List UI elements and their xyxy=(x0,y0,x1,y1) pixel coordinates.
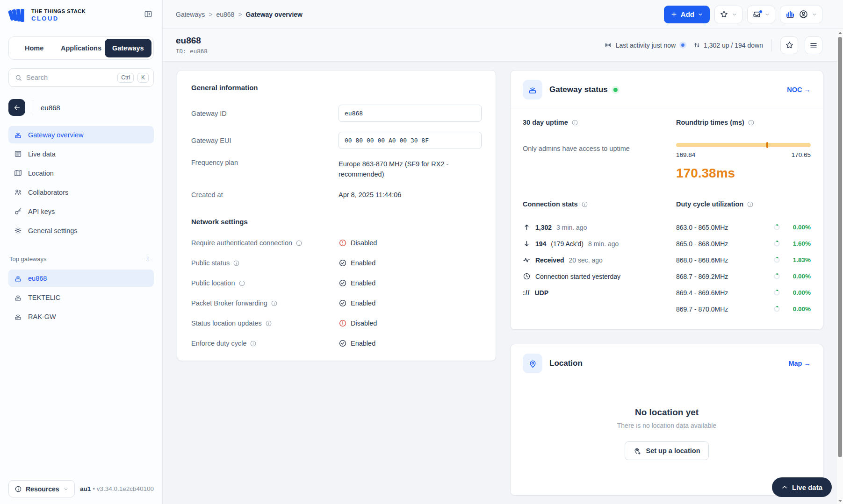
sidebar-item-api-keys[interactable]: API keys xyxy=(8,203,154,220)
duty-row: 868.7 - 869.2MHz 0.00% xyxy=(676,268,811,284)
gateway-icon xyxy=(527,85,538,95)
uplink-arrow-icon xyxy=(523,223,531,231)
gateway-id-value xyxy=(339,105,482,122)
sidebar-item-collaborators[interactable]: Collaborators xyxy=(8,184,154,201)
tab-gateways[interactable]: Gateways xyxy=(105,39,151,57)
search-input[interactable] xyxy=(26,74,114,81)
setting-row-authenticated-connection: Require authenticated connection Disable… xyxy=(191,239,482,247)
tab-home[interactable]: Home xyxy=(11,39,58,57)
right-column: Gateway status NOC → 30 day uptime xyxy=(510,70,823,496)
gateway-eui-input[interactable] xyxy=(339,132,482,149)
sidebar-item-live-data[interactable]: Live data xyxy=(8,145,154,163)
vertical-scrollbar[interactable] xyxy=(837,29,843,504)
gateway-status-card: Gateway status NOC → 30 day uptime xyxy=(510,70,823,330)
duty-band: 865.0 - 868.0MHz xyxy=(676,240,773,248)
connection-started-row: Connection started yesterday xyxy=(523,268,657,284)
title-divider xyxy=(771,39,772,51)
connection-started-label: Connection started yesterday xyxy=(535,273,620,280)
sidebar-item-label: Collaborators xyxy=(28,189,68,196)
collaborators-icon xyxy=(14,188,22,197)
duty-row: 865.0 - 868.0MHz 1.60% xyxy=(676,235,811,252)
gateway-list-label: RAK-GW xyxy=(28,313,56,320)
duty-cycle-block: Duty cycle utilization 863.0 - 865.0MHz xyxy=(676,200,811,317)
general-information-rows: Gateway ID Gateway EUI Frequency plan xyxy=(191,105,482,200)
setup-location-label: Set up a location xyxy=(646,447,700,454)
collapse-sidebar-button[interactable] xyxy=(143,8,154,20)
info-icon[interactable] xyxy=(265,320,272,327)
resources-button[interactable]: Resources xyxy=(8,480,75,497)
gateway-list-item-tektelic[interactable]: TEKTELIC xyxy=(8,289,154,306)
connection-stats-title: Connection stats xyxy=(523,200,578,208)
duty-value: 0.00% xyxy=(786,273,811,280)
add-gateway-button[interactable] xyxy=(143,254,153,264)
sidebar-item-gateway-overview[interactable]: Gateway overview xyxy=(8,126,154,143)
favorite-button[interactable] xyxy=(780,36,798,54)
duty-band: 868.0 - 868.6MHz xyxy=(676,256,773,264)
entity-row: eu868 xyxy=(8,99,154,116)
page-menu-button[interactable] xyxy=(805,36,822,54)
entity-divider xyxy=(33,100,33,114)
kbd-k: K xyxy=(137,73,149,83)
info-icon xyxy=(14,485,22,493)
version-separator: • xyxy=(93,485,95,492)
map-link[interactable]: Map → xyxy=(788,360,811,367)
sidebar-item-general-settings[interactable]: General settings xyxy=(8,222,154,239)
gateway-list-item-eu868[interactable]: eu868 xyxy=(8,270,154,287)
info-icon[interactable] xyxy=(250,340,257,347)
info-icon[interactable] xyxy=(271,300,278,307)
live-activity-dot xyxy=(681,43,684,47)
info-icon[interactable] xyxy=(747,201,754,208)
add-button[interactable]: Add xyxy=(664,6,710,23)
enabled-icon xyxy=(339,339,347,348)
info-icon[interactable] xyxy=(571,119,578,126)
breadcrumb-gateways[interactable]: Gateways xyxy=(176,11,205,18)
notifications-button[interactable] xyxy=(747,6,775,23)
search-icon xyxy=(14,74,22,82)
back-button[interactable] xyxy=(8,99,25,116)
gateway-eui-row: Gateway EUI xyxy=(191,132,482,149)
scrollbar-thumb[interactable] xyxy=(838,37,842,457)
search-box[interactable]: Ctrl K xyxy=(8,68,154,87)
profile-menu-button[interactable] xyxy=(780,6,822,23)
received-stat-row: Received 20 sec. ago xyxy=(523,252,657,268)
tab-applications[interactable]: Applications xyxy=(58,39,104,57)
setting-status: Disabled xyxy=(351,239,377,247)
uptime-note: Only admins have access to uptime xyxy=(523,145,657,152)
gauge-icon xyxy=(773,240,780,247)
brand-name: THE THINGS STACK xyxy=(31,8,86,15)
info-icon[interactable] xyxy=(748,119,755,126)
info-icon[interactable] xyxy=(233,260,240,267)
brand-text: THE THINGS STACK CLOUD xyxy=(31,8,86,22)
disabled-icon xyxy=(339,239,347,247)
noc-link[interactable]: NOC → xyxy=(787,86,811,93)
network-settings-rows: Require authenticated connection Disable… xyxy=(191,239,482,348)
protocol-icon: :// xyxy=(523,289,530,297)
connection-stats-block: Connection stats 1,302 xyxy=(523,200,657,317)
gauge-icon xyxy=(773,256,780,263)
created-at-label: Created at xyxy=(191,191,339,199)
location-title: Location xyxy=(549,359,583,368)
roundtrip-current: 170.38ms xyxy=(676,166,811,181)
sidebar-item-label: General settings xyxy=(28,227,78,234)
info-icon[interactable] xyxy=(295,240,303,247)
gauge-icon xyxy=(773,224,780,231)
setup-location-button[interactable]: Set up a location xyxy=(625,441,708,460)
downlink-stat-row: 194 (179 Ack'd) 8 min. ago xyxy=(523,235,657,252)
duty-row: 869.7 - 870.0MHz 0.00% xyxy=(676,301,811,317)
setting-status: Enabled xyxy=(351,299,375,307)
gateway-list-item-rak-gw[interactable]: RAK-GW xyxy=(8,308,154,325)
duty-value: 0.00% xyxy=(786,289,811,296)
info-icon[interactable] xyxy=(238,280,245,287)
sidebar-item-location[interactable]: Location xyxy=(8,164,154,182)
info-icon[interactable] xyxy=(581,201,588,208)
tts-logo[interactable]: THE THINGS STACK CLOUD xyxy=(8,7,86,23)
scrollbar-up-arrow[interactable] xyxy=(837,29,843,36)
setting-label: Require authenticated connection xyxy=(191,239,292,247)
live-data-button[interactable]: Live data xyxy=(772,477,832,497)
gateway-id-input[interactable] xyxy=(339,105,482,122)
hamburger-menu-icon xyxy=(809,41,818,50)
kbd-ctrl: Ctrl xyxy=(117,73,134,83)
scrollbar-down-arrow[interactable] xyxy=(837,497,843,504)
breadcrumb-eu868[interactable]: eu868 xyxy=(216,11,234,18)
bookmarks-button[interactable] xyxy=(714,6,742,23)
